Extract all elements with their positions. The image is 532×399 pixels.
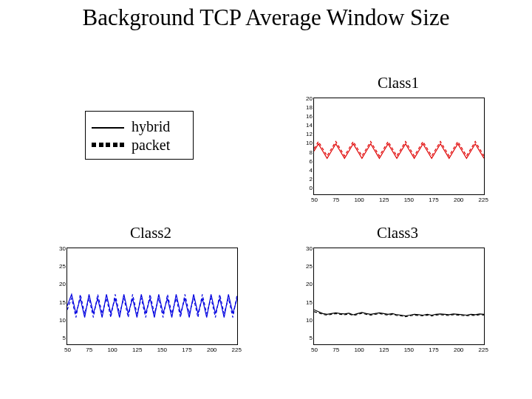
x-axis-ticks: 5075100125150175200225	[311, 197, 488, 203]
dashed-line-icon	[92, 138, 124, 153]
legend-row-packet: packet	[92, 137, 170, 154]
chart-class3: 30252015105 5075100125150175200225	[313, 248, 485, 345]
chart-class1: 20181614121086420 5075100125150175200225	[313, 98, 485, 195]
x-axis-ticks: 5075100125150175200225	[64, 347, 242, 353]
chart-label-class1: Class1	[378, 74, 419, 92]
legend: hybrid packet	[85, 111, 194, 160]
chart-class2: 30252015105 5075100125150175200225	[66, 248, 238, 345]
slide-title: Background TCP Average Window Size	[30, 4, 502, 31]
legend-row-hybrid: hybrid	[92, 118, 170, 135]
solid-line-icon	[92, 120, 124, 134]
plot-area	[314, 98, 484, 194]
chart-label-class3: Class3	[377, 224, 418, 242]
plot-area	[314, 248, 484, 344]
legend-label-packet: packet	[132, 137, 170, 154]
plot-area	[67, 248, 237, 344]
legend-label-hybrid: hybrid	[132, 118, 170, 135]
y-axis-ticks: 20181614121086420	[302, 95, 313, 191]
y-axis-ticks: 30252015105	[55, 245, 66, 341]
y-axis-ticks: 30252015105	[302, 245, 313, 341]
chart-label-class2: Class2	[130, 224, 171, 242]
x-axis-ticks: 5075100125150175200225	[311, 347, 488, 353]
